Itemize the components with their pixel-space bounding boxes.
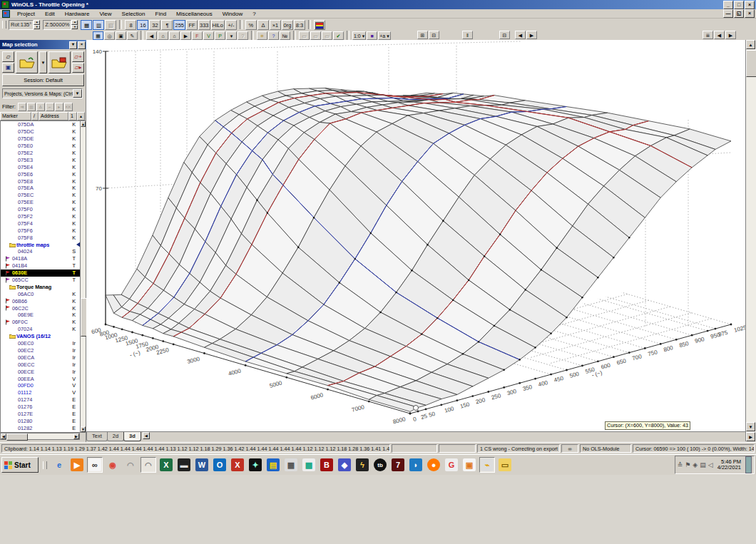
difference-button[interactable]: Δ xyxy=(257,20,269,30)
folder-icon[interactable]: ▭ xyxy=(497,457,513,473)
percent-button[interactable]: % xyxy=(245,20,257,30)
ratio-button[interactable]: 8:3 xyxy=(294,20,305,30)
map-list-row[interactable]: VANOS (16/12 xyxy=(1,333,80,340)
clamp-tool-icon[interactable]: ◠ xyxy=(123,457,138,473)
save-button[interactable]: ▣ xyxy=(2,63,14,73)
map-list-row[interactable]: 01274E xyxy=(1,396,80,404)
map-list-row[interactable]: 0127EE xyxy=(1,411,80,418)
currency-button[interactable]: ¤ xyxy=(257,31,267,40)
byteorder-button[interactable]: HiLo xyxy=(211,20,225,30)
avast-icon[interactable]: ● xyxy=(426,457,441,473)
map-list-row[interactable]: 075DAK xyxy=(1,121,80,128)
menu-edit[interactable]: Edit xyxy=(40,9,60,19)
show-precision-button[interactable]: P xyxy=(215,31,225,40)
help-button[interactable]: ? xyxy=(268,31,279,40)
menu-window[interactable]: Window xyxy=(218,9,247,19)
box-app-icon[interactable]: ▣ xyxy=(461,457,477,473)
cascade-button[interactable]: ⊟ xyxy=(499,31,510,39)
map-app-icon[interactable]: ▩ xyxy=(301,457,317,473)
map-list-row[interactable]: 06AC0K xyxy=(1,290,80,297)
tab-text[interactable]: Text xyxy=(86,432,108,441)
toolbar-gripper[interactable] xyxy=(2,21,6,29)
map-list-row[interactable]: 04024S xyxy=(1,248,80,255)
wrench-icon[interactable]: ⌁ xyxy=(479,457,495,473)
split-view-button[interactable]: ‖ xyxy=(462,31,473,39)
map-list-button[interactable]: ▦ xyxy=(93,31,103,40)
map-export-button[interactable]: ▱▸ xyxy=(72,63,84,73)
map-list-row[interactable]: 075F2K xyxy=(1,213,80,220)
column-header-marker[interactable]: Marker xyxy=(0,112,31,120)
menu-?[interactable]: ? xyxy=(247,9,260,19)
menu-find[interactable]: Find xyxy=(150,9,172,19)
map-list-row[interactable]: 065CCT xyxy=(1,277,80,284)
map-list-row[interactable]: 075F8K xyxy=(1,234,80,241)
map-list-row[interactable]: 075DEK xyxy=(1,135,80,143)
show-desktop-button[interactable] xyxy=(745,456,752,473)
map-list-row[interactable]: 00EC2Ir xyxy=(1,347,80,354)
menu-project[interactable]: Project xyxy=(12,9,40,19)
panel-close-button[interactable]: × xyxy=(78,41,86,49)
map-list-row[interactable]: 075F0K xyxy=(1,206,80,213)
display-dec-button[interactable]: 255 xyxy=(173,20,185,30)
tile-vertical-button[interactable]: ⊟ xyxy=(429,31,439,39)
checksum-button[interactable]: ✔ xyxy=(333,31,344,40)
precision-dropdown[interactable]: 1:0 ▾ xyxy=(352,31,366,40)
display-hex-button[interactable]: FF xyxy=(186,20,198,30)
map-list-row[interactable]: 075E0K xyxy=(1,143,80,150)
map-list-row[interactable]: 01112V xyxy=(1,389,80,396)
chrome-icon[interactable]: ◉ xyxy=(105,457,121,473)
colors-button[interactable] xyxy=(314,20,325,30)
dropdown-button[interactable]: ▾ xyxy=(226,31,237,40)
column-header-1[interactable]: 1 xyxy=(68,112,77,120)
winols-taskbar-icon[interactable]: ∞ xyxy=(87,457,103,473)
map-list-row[interactable]: 075F6K xyxy=(1,227,80,234)
zoom-field[interactable]: Z:50000% xyxy=(43,20,71,30)
taskbar-clock[interactable]: 5:46 PM 4/22/2021 xyxy=(715,459,743,471)
page-prev-button[interactable]: ◀ xyxy=(714,31,725,39)
view-2d-button[interactable]: ▦ xyxy=(81,20,92,30)
view-3d-button[interactable]: ▥ xyxy=(93,20,104,30)
map-list-row[interactable]: 00FD0V xyxy=(1,382,80,389)
map-list-row[interactable]: 01282E xyxy=(1,424,80,431)
nav-next-button[interactable]: ▶ xyxy=(526,31,537,39)
width-16bit-button[interactable]: 16 xyxy=(137,20,148,30)
tray-display-icon[interactable]: ▤ xyxy=(700,461,706,468)
map-list-row[interactable]: 00ECEIr xyxy=(1,368,80,375)
home-diff-button[interactable]: ⌂ xyxy=(158,31,168,40)
column-header-address[interactable]: Address xyxy=(39,112,68,120)
word-icon[interactable]: W xyxy=(194,457,210,473)
map-list-row[interactable]: 075ECK xyxy=(1,192,80,199)
map-list-row[interactable]: 06C2CK xyxy=(1,304,80,312)
map-list-row[interactable]: 0630ET xyxy=(1,270,80,277)
session-button[interactable]: Session: Default xyxy=(2,74,84,86)
map-list-row[interactable]: 06E9EK xyxy=(1,312,80,319)
hscroll-thumb[interactable] xyxy=(6,433,28,441)
tray-network-icon[interactable]: ◈ xyxy=(693,461,698,468)
list-button[interactable]: ≣ xyxy=(703,31,713,39)
menu-hardware[interactable]: Hardware xyxy=(60,9,95,19)
map-list-row[interactable]: 06F0CK xyxy=(1,319,80,326)
map-list-vscrollbar[interactable]: ▲ ▼ xyxy=(80,120,86,433)
chart-vscroll-thumb[interactable] xyxy=(746,50,756,77)
commander-icon[interactable]: ▤ xyxy=(265,457,281,473)
rotation-spinner[interactable]: ▲▼ xyxy=(34,20,40,29)
tile-horizontal-button[interactable]: ⊞ xyxy=(417,31,428,39)
tray-updown-icon[interactable]: ≙ xyxy=(678,461,683,468)
preview-button[interactable]: ▣ xyxy=(116,31,126,40)
map-list-row[interactable]: 075E8K xyxy=(1,178,80,185)
menu-view[interactable]: View xyxy=(94,9,116,19)
zoom-spinner[interactable]: ▲▼ xyxy=(71,20,78,29)
map-list-row[interactable]: 075E6K xyxy=(1,170,80,178)
prev-version-button[interactable]: ◀ xyxy=(146,31,157,40)
minimize-button[interactable]: _ xyxy=(723,1,733,9)
thunderbird-icon[interactable]: ◗ xyxy=(408,457,424,473)
map-list-hscrollbar[interactable]: ◀ ▶ xyxy=(0,433,80,440)
combobox-dropdown-icon[interactable]: ▼ xyxy=(73,89,82,98)
surface-plot[interactable]: 1407060080010001250150017502000225030004… xyxy=(86,40,745,431)
page-next-button[interactable]: ▶ xyxy=(725,31,736,39)
tray-volume-icon[interactable]: ◁ xyxy=(708,461,713,468)
lightning-app-icon[interactable]: ϟ xyxy=(354,457,370,473)
column-header-sort[interactable]: / xyxy=(31,112,39,120)
factor-button[interactable]: ×1 xyxy=(270,20,281,30)
cubes-app-icon[interactable]: ◆ xyxy=(337,457,352,473)
